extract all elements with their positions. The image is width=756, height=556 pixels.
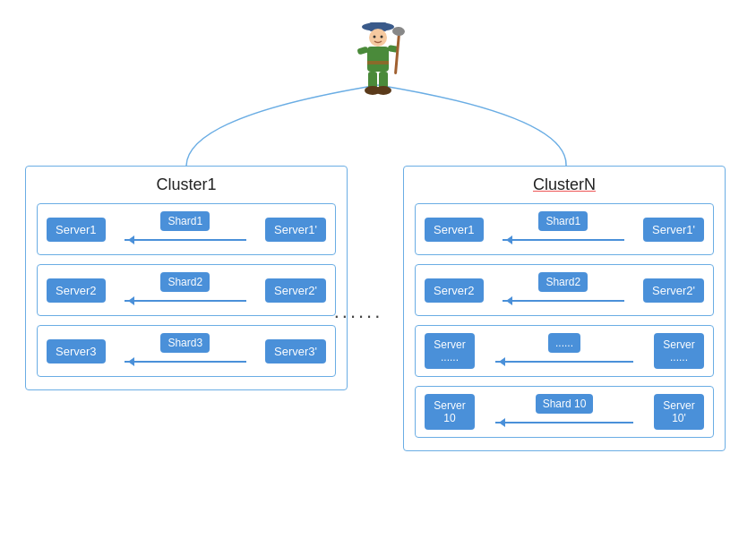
clusterN-shard2-area: Shard2 xyxy=(487,272,640,308)
clusterN-arrow-dots xyxy=(478,355,650,369)
clusterN-arrow4 xyxy=(478,415,650,430)
cluster1-row-2: Server2 Shard2 Server2' xyxy=(37,264,336,316)
svg-rect-6 xyxy=(367,61,389,64)
cluster1-arrow2 xyxy=(109,294,262,308)
cluster1-arrow-left-3 xyxy=(125,361,246,363)
cluster1-shard2-area: Shard2 xyxy=(109,272,262,308)
clusterN-server2: Server2 xyxy=(425,278,484,303)
cluster1-arrow1 xyxy=(109,233,262,247)
cluster1-arrow3 xyxy=(109,355,262,369)
cluster1-arrow-left-2 xyxy=(125,300,246,302)
clusterN-server10-prime: Server 10' xyxy=(654,394,704,430)
cluster1-server2: Server2 xyxy=(47,278,106,303)
cluster-separator: ...... xyxy=(334,300,383,323)
cluster1-shard1-area: Shard1 xyxy=(109,211,262,247)
clusterN-row-4: Server 10 Shard 10 Server 10' xyxy=(415,386,714,438)
clusterN-shard1-area: Shard1 xyxy=(487,211,640,247)
svg-point-10 xyxy=(392,26,406,36)
clusterN-row-dots: Server ...... ...... Server ...... xyxy=(415,325,714,377)
clusterN-shard10-area: Shard 10 xyxy=(478,394,650,430)
cluster1-shard2-label: Shard2 xyxy=(160,272,210,292)
clusterN-arrow-left-1 xyxy=(503,239,624,241)
svg-rect-5 xyxy=(367,47,389,72)
cluster1-shard3-area: Shard3 xyxy=(109,333,262,369)
clusterN-row-2: Server2 Shard2 Server2' xyxy=(415,264,714,316)
cluster1-wrapper: Cluster1 Server1 Shard1 Server1' Server2… xyxy=(25,166,348,390)
cluster1-server1: Server1 xyxy=(47,218,106,242)
clusterN-arrow2 xyxy=(487,294,640,308)
svg-point-4 xyxy=(381,36,383,38)
clusterN-arrow-left-dots xyxy=(495,361,633,363)
cluster1-shard1-label: Shard1 xyxy=(160,211,210,231)
diagram-container: Cluster1 Server1 Shard1 Server1' Server2… xyxy=(0,0,756,556)
clusterN-arrow-left-2 xyxy=(503,300,624,302)
cluster1-server3: Server3 xyxy=(47,339,106,364)
clusterN-server10: Server 10 xyxy=(425,394,475,430)
svg-point-2 xyxy=(369,29,387,47)
cluster1-server1-prime: Server1' xyxy=(265,218,326,242)
cluster1-row-3: Server3 Shard3 Server3' xyxy=(37,325,336,377)
cluster1-row-1: Server1 Shard1 Server1' xyxy=(37,203,336,255)
clusterN-row-1: Server1 Shard1 Server1' xyxy=(415,203,714,255)
cluster1-server2-prime: Server2' xyxy=(265,278,326,303)
clusterN-server-dots: Server ...... xyxy=(425,333,475,369)
svg-point-3 xyxy=(374,36,376,38)
svg-rect-7 xyxy=(357,47,368,56)
clusterN-server-dots-prime: Server ...... xyxy=(654,333,704,369)
gardener-figure xyxy=(347,16,409,97)
clusterN-arrow-left-4 xyxy=(495,422,633,423)
clusterN-shard10-label: Shard 10 xyxy=(536,394,594,414)
clusterN-wrapper: ClusterN Server1 Shard1 Server1' Server2… xyxy=(403,166,726,451)
clusterN-server1-prime: Server1' xyxy=(643,218,704,242)
clusterN-server2-prime: Server2' xyxy=(643,278,704,303)
cluster1-box: Cluster1 Server1 Shard1 Server1' Server2… xyxy=(25,166,348,390)
clusterN-arrow1 xyxy=(487,233,640,247)
clusterN-shard-dots-label: ...... xyxy=(548,333,580,353)
gardener-icon xyxy=(347,16,409,97)
clusterN-box: ClusterN Server1 Shard1 Server1' Server2… xyxy=(403,166,726,451)
clusterN-shard2-label: Shard2 xyxy=(538,272,588,292)
clusterN-server1: Server1 xyxy=(425,218,484,242)
clusterN-shard-dots-area: ...... xyxy=(478,333,650,369)
cluster1-shard3-label: Shard3 xyxy=(160,333,210,353)
clusterN-title: ClusterN xyxy=(415,175,714,194)
clusterN-shard1-label: Shard1 xyxy=(538,211,588,231)
svg-rect-9 xyxy=(394,34,400,74)
cluster1-server3-prime: Server3' xyxy=(265,339,326,364)
cluster1-arrow-left-1 xyxy=(125,239,246,241)
svg-point-14 xyxy=(375,86,391,95)
cluster1-title: Cluster1 xyxy=(37,175,336,194)
